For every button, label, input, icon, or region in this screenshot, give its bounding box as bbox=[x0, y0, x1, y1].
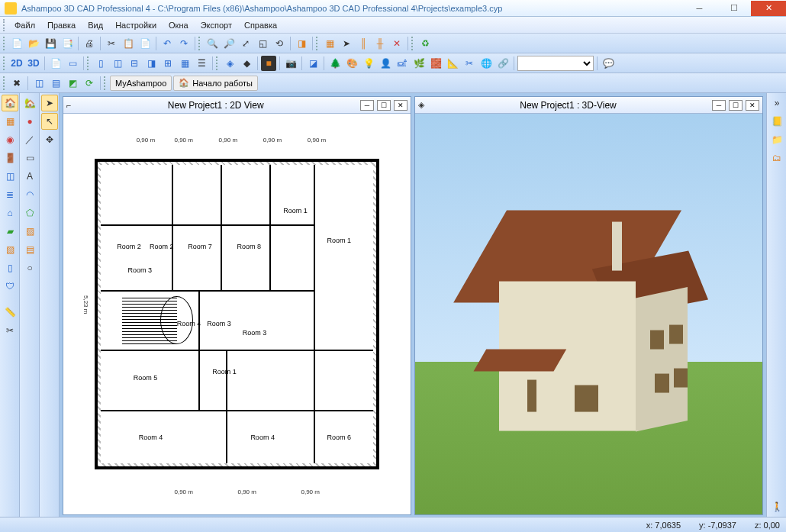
zoom-out-icon[interactable]: 🔎 bbox=[221, 36, 237, 51]
menu-export[interactable]: Экспорт bbox=[195, 19, 237, 31]
layout-3-icon[interactable]: ◨ bbox=[143, 56, 159, 71]
wireframe-icon[interactable]: ◈ bbox=[222, 56, 237, 71]
globe-icon[interactable]: 🌐 bbox=[478, 56, 494, 71]
text-tool-icon[interactable]: A bbox=[21, 168, 38, 185]
snap-icon[interactable]: ✕ bbox=[389, 36, 404, 51]
menu-view[interactable]: Вид bbox=[82, 19, 108, 31]
catalog-icon[interactable]: 📒 bbox=[768, 113, 785, 130]
edit-pane-icon[interactable]: ◫ bbox=[31, 76, 47, 91]
tree-icon[interactable]: 🌲 bbox=[327, 56, 343, 71]
section-icon[interactable]: ✂ bbox=[462, 56, 477, 71]
open-file-icon[interactable]: 📂 bbox=[26, 36, 41, 51]
undo-icon[interactable]: ↶ bbox=[159, 36, 175, 51]
terrain-tool-icon[interactable]: ▰ bbox=[2, 223, 18, 240]
wall-tool-icon[interactable]: 🏠 bbox=[2, 95, 18, 111]
maximize-button[interactable]: ☐ bbox=[717, 1, 751, 16]
tools-icon[interactable]: ✖ bbox=[9, 76, 24, 91]
menu-edit[interactable]: Правка bbox=[42, 19, 81, 31]
zoom-window-icon[interactable]: ◱ bbox=[255, 36, 270, 51]
layout-stack-icon[interactable]: ☰ bbox=[194, 56, 209, 71]
zoom-prev-icon[interactable]: ⟲ bbox=[272, 36, 287, 51]
print-icon[interactable]: 🖨 bbox=[82, 36, 97, 51]
layout-2h-icon[interactable]: ⊟ bbox=[127, 56, 142, 71]
layout-2v-icon[interactable]: ◫ bbox=[110, 56, 125, 71]
menu-windows[interactable]: Окна bbox=[163, 19, 194, 31]
view-3d-button[interactable]: 3D bbox=[26, 56, 41, 71]
view-2d-button[interactable]: 2D bbox=[9, 56, 24, 71]
new-file-icon[interactable]: 📄 bbox=[9, 36, 24, 51]
rect-tool-icon[interactable]: ▭ bbox=[21, 150, 38, 166]
minimize-button[interactable]: ─ bbox=[682, 1, 717, 16]
measure-icon[interactable]: 📐 bbox=[445, 56, 460, 71]
texture-icon[interactable]: 🧱 bbox=[428, 56, 443, 71]
save-icon[interactable]: 💾 bbox=[43, 36, 58, 51]
door-tool-icon[interactable]: 🚪 bbox=[2, 150, 18, 166]
redo-icon[interactable]: ↷ bbox=[176, 36, 192, 51]
person-icon[interactable]: 👤 bbox=[378, 56, 393, 71]
pane-close-icon[interactable]: ✕ bbox=[746, 100, 759, 111]
paste-icon[interactable]: 📄 bbox=[137, 36, 153, 51]
view-3d-icon[interactable]: ◨ bbox=[294, 36, 309, 51]
menu-help[interactable]: Справка bbox=[239, 19, 282, 31]
furniture-icon[interactable]: 🛋 bbox=[395, 56, 410, 71]
zoom-in-icon[interactable]: 🔍 bbox=[205, 36, 220, 51]
pane-max-icon[interactable]: ☐ bbox=[729, 100, 743, 111]
stairs-tool-icon[interactable]: ≣ bbox=[2, 186, 18, 203]
move-tool-icon[interactable]: ✥ bbox=[41, 131, 58, 148]
getstarted-button[interactable]: 🏠 Начало работы bbox=[173, 76, 258, 91]
section-tool-icon[interactable]: ✂ bbox=[2, 322, 18, 339]
pane-min-icon[interactable]: ─ bbox=[712, 100, 726, 111]
material-tool-icon[interactable]: ▧ bbox=[2, 241, 18, 258]
light-icon[interactable]: 💡 bbox=[361, 56, 376, 71]
cursor-icon[interactable]: ➤ bbox=[339, 36, 354, 51]
layer-1-icon[interactable]: ◪ bbox=[305, 56, 321, 71]
circle-tool-icon[interactable]: ○ bbox=[21, 260, 38, 276]
layer-combo[interactable] bbox=[517, 56, 594, 71]
terrain-icon[interactable]: ♻ bbox=[417, 36, 433, 51]
window-single-icon[interactable]: ▭ bbox=[65, 56, 80, 71]
select-tool-icon[interactable]: ➤ bbox=[41, 95, 58, 111]
close-button[interactable]: ✕ bbox=[751, 1, 786, 16]
tile-icon[interactable]: ▤ bbox=[48, 76, 63, 91]
layout-4-icon[interactable]: ⊞ bbox=[160, 56, 176, 71]
save-all-icon[interactable]: 📑 bbox=[60, 36, 75, 51]
column-tool-icon[interactable]: ▯ bbox=[2, 260, 18, 276]
pane-close-icon[interactable]: ✕ bbox=[394, 100, 407, 111]
layout-6-icon[interactable]: ▦ bbox=[177, 56, 192, 71]
fill-tool-icon[interactable]: ▨ bbox=[21, 223, 38, 240]
panel-toggle-icon[interactable]: » bbox=[768, 95, 785, 111]
layout-1-icon[interactable]: ▯ bbox=[93, 56, 108, 71]
menu-file[interactable]: Файл bbox=[9, 19, 40, 31]
arc-tool-icon[interactable]: ◠ bbox=[21, 186, 38, 203]
point-tool-icon[interactable]: ● bbox=[21, 113, 38, 130]
person-panel-icon[interactable]: 🚶 bbox=[768, 498, 785, 515]
pane-3d-body[interactable] bbox=[415, 114, 762, 514]
pane-2d-body[interactable]: Room 2 Room 2 Room 3 Room 7 Room 8 Room … bbox=[63, 114, 411, 514]
zoom-fit-icon[interactable]: ⤢ bbox=[238, 36, 253, 51]
window-tool-icon[interactable]: ◫ bbox=[2, 168, 18, 185]
dimension-tool-icon[interactable]: 📏 bbox=[2, 304, 18, 321]
myashampoo-button[interactable]: MyAshampoo bbox=[110, 76, 172, 91]
pane-min-icon[interactable]: ─ bbox=[360, 100, 374, 111]
cut-icon[interactable]: ✂ bbox=[104, 36, 119, 51]
roof-tool-icon[interactable]: ⌂ bbox=[2, 205, 18, 221]
menu-settings[interactable]: Настройки bbox=[110, 19, 162, 31]
page-icon[interactable]: 📄 bbox=[48, 56, 63, 71]
pane-max-icon[interactable]: ☐ bbox=[377, 100, 391, 111]
render-icon[interactable]: ■ bbox=[261, 56, 276, 71]
polygon-tool-icon[interactable]: ⬠ bbox=[21, 205, 38, 221]
red-tool-icon[interactable]: ◉ bbox=[2, 131, 18, 148]
plant-icon[interactable]: 🌿 bbox=[411, 56, 427, 71]
help-icon[interactable]: 💬 bbox=[601, 56, 616, 71]
shaded-icon[interactable]: ◆ bbox=[239, 56, 254, 71]
shield-tool-icon[interactable]: 🛡 bbox=[2, 278, 18, 295]
line-tool-icon[interactable]: ／ bbox=[21, 131, 38, 148]
guides-icon[interactable]: ╫ bbox=[372, 36, 388, 51]
link-icon[interactable]: 🔗 bbox=[495, 56, 511, 71]
camera-icon[interactable]: 📷 bbox=[283, 56, 298, 71]
copy-icon[interactable]: 📋 bbox=[121, 36, 136, 51]
refresh-icon[interactable]: ⟳ bbox=[82, 76, 97, 91]
grid-icon[interactable]: ▦ bbox=[322, 36, 337, 51]
hatch-tool-icon[interactable]: ▤ bbox=[21, 241, 38, 258]
library-icon[interactable]: 📁 bbox=[768, 131, 785, 148]
